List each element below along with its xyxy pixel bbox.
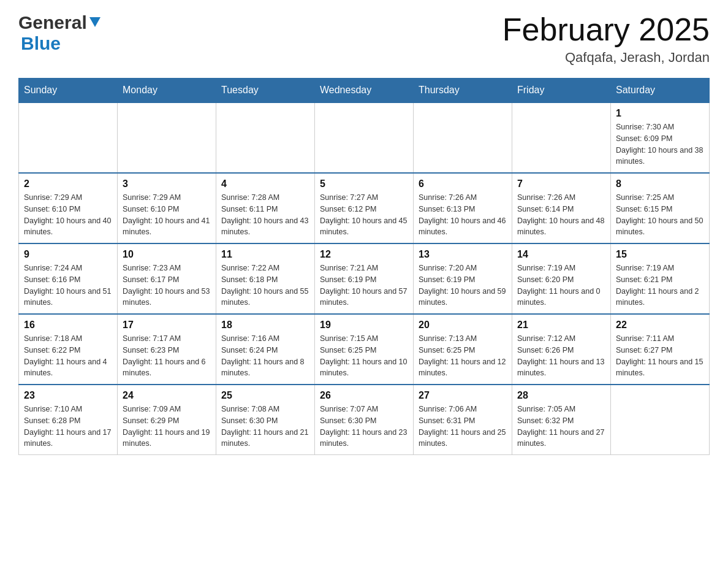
day-info: Sunrise: 7:16 AM Sunset: 6:24 PM Dayligh… [221,333,309,379]
calendar-cell: 4Sunrise: 7:28 AM Sunset: 6:11 PM Daylig… [216,173,315,243]
day-info: Sunrise: 7:29 AM Sunset: 6:10 PM Dayligh… [24,192,112,238]
day-info: Sunrise: 7:11 AM Sunset: 6:27 PM Dayligh… [616,333,704,379]
day-number: 10 [123,249,211,260]
calendar-cell: 7Sunrise: 7:26 AM Sunset: 6:14 PM Daylig… [512,173,611,243]
day-info: Sunrise: 7:29 AM Sunset: 6:10 PM Dayligh… [123,192,211,238]
col-sunday: Sunday [19,79,118,103]
calendar-cell [216,102,315,173]
day-info: Sunrise: 7:08 AM Sunset: 6:30 PM Dayligh… [221,404,309,450]
calendar-week-row: 1Sunrise: 7:30 AM Sunset: 6:09 PM Daylig… [19,102,710,173]
logo-general: General [18,12,87,33]
day-number: 8 [616,178,704,190]
col-monday: Monday [118,79,216,103]
day-info: Sunrise: 7:07 AM Sunset: 6:30 PM Dayligh… [320,404,408,450]
page-header: General Blue February 2025 Qafqafa, Jera… [18,12,710,66]
day-info: Sunrise: 7:24 AM Sunset: 6:16 PM Dayligh… [24,262,112,308]
day-number: 5 [320,178,408,190]
day-number: 7 [517,178,605,190]
calendar-cell: 12Sunrise: 7:21 AM Sunset: 6:19 PM Dayli… [315,243,414,314]
calendar-cell: 20Sunrise: 7:13 AM Sunset: 6:25 PM Dayli… [414,314,512,385]
day-number: 27 [419,390,507,401]
calendar-cell: 11Sunrise: 7:22 AM Sunset: 6:18 PM Dayli… [216,243,315,314]
day-info: Sunrise: 7:22 AM Sunset: 6:18 PM Dayligh… [221,262,309,308]
calendar-cell: 14Sunrise: 7:19 AM Sunset: 6:20 PM Dayli… [512,243,611,314]
day-info: Sunrise: 7:15 AM Sunset: 6:25 PM Dayligh… [320,333,408,379]
title-block: February 2025 Qafqafa, Jerash, Jordan [502,12,710,66]
calendar-cell: 18Sunrise: 7:16 AM Sunset: 6:24 PM Dayli… [216,314,315,385]
calendar-cell: 25Sunrise: 7:08 AM Sunset: 6:30 PM Dayli… [216,385,315,455]
day-info: Sunrise: 7:23 AM Sunset: 6:17 PM Dayligh… [123,262,211,308]
calendar-cell: 22Sunrise: 7:11 AM Sunset: 6:27 PM Dayli… [611,314,710,385]
day-info: Sunrise: 7:26 AM Sunset: 6:13 PM Dayligh… [419,192,507,238]
calendar-cell [414,102,512,173]
col-tuesday: Tuesday [216,79,315,103]
calendar-cell: 28Sunrise: 7:05 AM Sunset: 6:32 PM Dayli… [512,385,611,455]
day-number: 22 [616,320,704,331]
day-info: Sunrise: 7:25 AM Sunset: 6:15 PM Dayligh… [616,192,704,238]
calendar-week-row: 9Sunrise: 7:24 AM Sunset: 6:16 PM Daylig… [19,243,710,314]
day-number: 26 [320,390,408,401]
day-number: 9 [24,249,112,260]
calendar-cell: 17Sunrise: 7:17 AM Sunset: 6:23 PM Dayli… [118,314,216,385]
day-number: 17 [123,320,211,331]
calendar-cell [611,385,710,455]
calendar-week-row: 23Sunrise: 7:10 AM Sunset: 6:28 PM Dayli… [19,385,710,455]
day-info: Sunrise: 7:13 AM Sunset: 6:25 PM Dayligh… [419,333,507,379]
day-number: 28 [517,390,605,401]
calendar-cell: 23Sunrise: 7:10 AM Sunset: 6:28 PM Dayli… [19,385,118,455]
day-number: 3 [123,178,211,190]
col-wednesday: Wednesday [315,79,414,103]
day-number: 12 [320,249,408,260]
calendar-cell [512,102,611,173]
day-number: 24 [123,390,211,401]
day-info: Sunrise: 7:17 AM Sunset: 6:23 PM Dayligh… [123,333,211,379]
calendar-cell: 10Sunrise: 7:23 AM Sunset: 6:17 PM Dayli… [118,243,216,314]
logo-blue: Blue [21,33,61,54]
day-number: 18 [221,320,309,331]
calendar-cell [315,102,414,173]
calendar-table: Sunday Monday Tuesday Wednesday Thursday… [18,78,710,455]
day-number: 6 [419,178,507,190]
day-number: 11 [221,249,309,260]
calendar-header-row: Sunday Monday Tuesday Wednesday Thursday… [19,79,710,103]
calendar-cell: 9Sunrise: 7:24 AM Sunset: 6:16 PM Daylig… [19,243,118,314]
calendar-cell: 26Sunrise: 7:07 AM Sunset: 6:30 PM Dayli… [315,385,414,455]
calendar-cell: 16Sunrise: 7:18 AM Sunset: 6:22 PM Dayli… [19,314,118,385]
calendar-week-row: 2Sunrise: 7:29 AM Sunset: 6:10 PM Daylig… [19,173,710,243]
day-number: 23 [24,390,112,401]
day-info: Sunrise: 7:30 AM Sunset: 6:09 PM Dayligh… [616,121,704,167]
col-friday: Friday [512,79,611,103]
location-subtitle: Qafqafa, Jerash, Jordan [502,50,710,66]
day-info: Sunrise: 7:28 AM Sunset: 6:11 PM Dayligh… [221,192,309,238]
col-thursday: Thursday [414,79,512,103]
day-number: 25 [221,390,309,401]
calendar-cell: 19Sunrise: 7:15 AM Sunset: 6:25 PM Dayli… [315,314,414,385]
day-number: 2 [24,178,112,190]
day-info: Sunrise: 7:26 AM Sunset: 6:14 PM Dayligh… [517,192,605,238]
day-info: Sunrise: 7:27 AM Sunset: 6:12 PM Dayligh… [320,192,408,238]
day-number: 13 [419,249,507,260]
day-info: Sunrise: 7:12 AM Sunset: 6:26 PM Dayligh… [517,333,605,379]
logo-triangle-icon [88,15,102,28]
day-info: Sunrise: 7:18 AM Sunset: 6:22 PM Dayligh… [24,333,112,379]
calendar-cell: 21Sunrise: 7:12 AM Sunset: 6:26 PM Dayli… [512,314,611,385]
day-number: 19 [320,320,408,331]
day-number: 14 [517,249,605,260]
day-info: Sunrise: 7:20 AM Sunset: 6:19 PM Dayligh… [419,262,507,308]
calendar-cell: 5Sunrise: 7:27 AM Sunset: 6:12 PM Daylig… [315,173,414,243]
day-number: 1 [616,108,704,119]
calendar-cell: 15Sunrise: 7:19 AM Sunset: 6:21 PM Dayli… [611,243,710,314]
calendar-cell: 27Sunrise: 7:06 AM Sunset: 6:31 PM Dayli… [414,385,512,455]
day-number: 4 [221,178,309,190]
calendar-week-row: 16Sunrise: 7:18 AM Sunset: 6:22 PM Dayli… [19,314,710,385]
day-info: Sunrise: 7:19 AM Sunset: 6:20 PM Dayligh… [517,262,605,308]
day-number: 20 [419,320,507,331]
day-info: Sunrise: 7:19 AM Sunset: 6:21 PM Dayligh… [616,262,704,308]
calendar-cell: 8Sunrise: 7:25 AM Sunset: 6:15 PM Daylig… [611,173,710,243]
day-info: Sunrise: 7:09 AM Sunset: 6:29 PM Dayligh… [123,404,211,450]
day-number: 16 [24,320,112,331]
day-info: Sunrise: 7:06 AM Sunset: 6:31 PM Dayligh… [419,404,507,450]
calendar-cell: 2Sunrise: 7:29 AM Sunset: 6:10 PM Daylig… [19,173,118,243]
day-number: 15 [616,249,704,260]
month-title: February 2025 [502,12,710,47]
